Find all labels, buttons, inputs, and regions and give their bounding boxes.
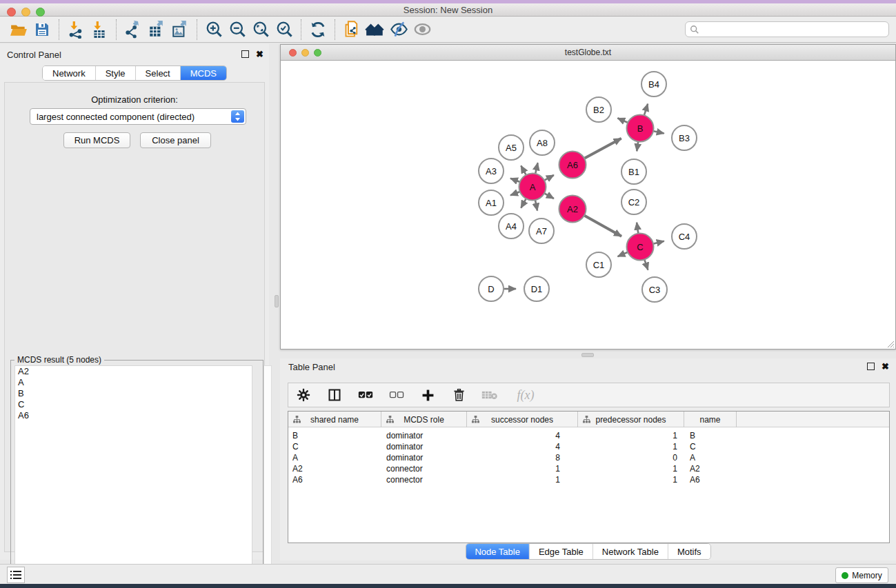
optimization-criterion-dropdown[interactable]: largest connected component (directed) [30, 108, 246, 125]
graph-node-A[interactable]: A [519, 174, 546, 201]
column-header-MCDS-role[interactable]: MCDS role [381, 412, 467, 427]
table-cell[interactable]: 1 [578, 463, 684, 474]
table-cell[interactable]: 4 [467, 430, 578, 441]
graph-edge-A-A8[interactable] [535, 163, 537, 173]
graph-node-A7[interactable]: A7 [529, 219, 554, 243]
zoom-in-button[interactable] [202, 19, 226, 41]
graph-node-B[interactable]: B [627, 115, 654, 142]
tab-select[interactable]: Select [136, 66, 181, 80]
graph-edge-C-C4[interactable] [654, 241, 664, 244]
close-panel-icon[interactable]: ✖ [256, 50, 263, 58]
table-cell[interactable]: B [684, 430, 737, 441]
graph-edge-C-C2[interactable] [637, 223, 638, 234]
tab-mcds[interactable]: MCDS [181, 66, 226, 80]
graph-edge-C-C1[interactable] [618, 252, 628, 256]
column-header-name[interactable]: name [684, 412, 737, 427]
graph-node-D[interactable]: D [479, 276, 504, 301]
vertical-splitter-handle[interactable] [275, 295, 279, 307]
column-header-shared-name[interactable]: shared name [288, 412, 381, 427]
graph-edge-B-B4[interactable] [644, 104, 648, 115]
duplicate-network-button[interactable] [340, 19, 364, 41]
delete-column-button[interactable] [450, 387, 467, 403]
graph-edge-B-B3[interactable] [654, 131, 664, 133]
float-panel-icon[interactable] [241, 50, 249, 58]
show-column-button[interactable] [326, 387, 343, 403]
graph-node-C[interactable]: C [627, 234, 654, 261]
graph-node-B3[interactable]: B3 [672, 125, 697, 150]
horizontal-splitter-handle[interactable] [581, 353, 594, 357]
export-image-button[interactable] [168, 19, 192, 41]
table-cell[interactable]: connector [381, 463, 467, 474]
table-cell[interactable]: A [288, 452, 381, 463]
tab-motifs[interactable]: Motifs [668, 544, 710, 559]
show-all-button[interactable] [410, 19, 434, 41]
refresh-button[interactable] [306, 19, 330, 41]
mcds-result-item[interactable]: C [15, 399, 252, 410]
graph-node-B1[interactable]: B1 [621, 159, 646, 184]
graph-node-C3[interactable]: C3 [642, 277, 667, 302]
export-network-button[interactable] [121, 19, 145, 41]
mcds-result-item[interactable]: A2 [15, 366, 252, 377]
float-table-panel-icon[interactable] [867, 363, 875, 370]
close-panel-button[interactable]: Close panel [140, 132, 211, 148]
table-cell[interactable]: dominator [381, 430, 467, 441]
task-history-button[interactable] [7, 567, 25, 583]
table-cell[interactable]: C [288, 441, 381, 452]
graph-edge-B-B2[interactable] [617, 118, 627, 123]
open-session-button[interactable] [7, 19, 30, 41]
run-mcds-button[interactable]: Run MCDS [63, 132, 130, 148]
select-all-columns-button[interactable] [357, 387, 374, 403]
result-list-scrollbar[interactable] [263, 365, 272, 588]
table-cell[interactable]: 1 [578, 430, 684, 441]
graph-node-A8[interactable]: A8 [530, 130, 555, 155]
table-cell[interactable]: 1 [467, 474, 578, 485]
table-cell[interactable]: A6 [684, 474, 737, 485]
table-cell[interactable]: A2 [288, 463, 381, 474]
graph-node-A4[interactable]: A4 [499, 214, 524, 239]
graph-node-B2[interactable]: B2 [586, 97, 611, 122]
graph-node-A3[interactable]: A3 [479, 159, 504, 183]
zoom-selected-button[interactable] [272, 19, 296, 41]
graph-node-C4[interactable]: C4 [672, 224, 697, 249]
window-resize-grip[interactable] [885, 338, 895, 348]
table-cell[interactable]: dominator [381, 452, 467, 463]
table-cell[interactable]: A [684, 452, 737, 463]
table-cell[interactable]: connector [381, 474, 467, 485]
graph-edge-A2-C[interactable] [584, 216, 621, 236]
tab-network-table[interactable]: Network Table [593, 544, 668, 559]
table-cell[interactable]: B [288, 430, 381, 441]
graph-edge-B-B1[interactable] [637, 142, 638, 152]
graph-edge-A-A2[interactable] [545, 194, 554, 199]
graph-node-A5[interactable]: A5 [499, 135, 524, 160]
table-cell[interactable]: dominator [381, 441, 467, 452]
close-table-panel-icon[interactable]: ✖ [882, 363, 889, 370]
tab-style[interactable]: Style [96, 66, 136, 80]
hide-selected-button[interactable] [387, 19, 410, 41]
column-header-predecessor-nodes[interactable]: predecessor nodes [578, 412, 684, 427]
deselect-all-columns-button[interactable] [388, 387, 405, 403]
graph-node-C1[interactable]: C1 [586, 252, 611, 277]
graph-edge-A-A3[interactable] [510, 179, 519, 182]
memory-button[interactable]: Memory [835, 567, 888, 583]
graph-edge-A-A7[interactable] [535, 201, 537, 211]
graph-node-A6[interactable]: A6 [559, 152, 586, 179]
table-settings-button[interactable] [295, 387, 312, 403]
table-cell[interactable]: A2 [684, 463, 737, 474]
mcds-result-item[interactable]: A6 [15, 410, 252, 421]
first-neighbors-button[interactable] [364, 19, 387, 41]
search-input[interactable] [699, 25, 884, 34]
table-cell[interactable]: 1 [578, 441, 684, 452]
import-network-button[interactable] [64, 19, 88, 41]
graph-node-B4[interactable]: B4 [641, 72, 666, 97]
graph-node-D1[interactable]: D1 [524, 276, 549, 301]
mcds-result-item[interactable]: A [15, 377, 252, 388]
table-cell[interactable]: C [684, 441, 737, 452]
network-canvas[interactable]: B4B2BB3A5A8A6B1A3AA1C2A2A4A7C4CC1C3DD1 [281, 61, 895, 349]
table-cell[interactable]: 1 [578, 474, 684, 485]
mcds-result-list[interactable]: A2ABCA6 [14, 365, 252, 588]
graph-node-A1[interactable]: A1 [479, 190, 504, 215]
zoom-fit-button[interactable] [249, 19, 272, 41]
create-column-button[interactable] [419, 387, 436, 403]
search-field[interactable] [685, 21, 889, 37]
table-cell[interactable]: A6 [288, 474, 381, 485]
